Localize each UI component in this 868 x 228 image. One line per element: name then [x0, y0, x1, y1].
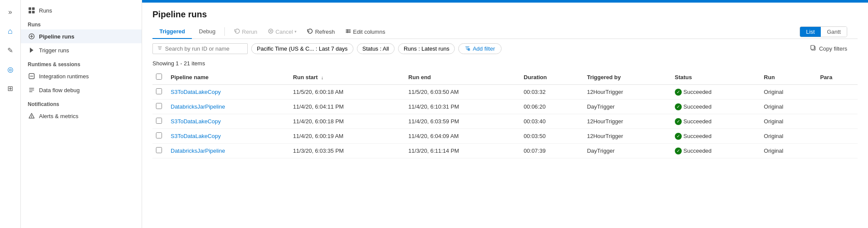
col-header-run-end: Run end [403, 70, 518, 85]
svg-point-6 [31, 117, 32, 118]
cell-status: ✓ Succeeded [670, 85, 759, 100]
rerun-button[interactable]: Rerun [230, 26, 262, 38]
filter-icon [157, 45, 162, 52]
copy-filters-icon [810, 45, 816, 52]
table-row: DatabricksJarPipeline 11/3/20, 6:03:35 P… [152, 144, 858, 158]
status-label: Succeeded [683, 148, 712, 154]
tabs-row: Triggered Debug Rerun Cancel ▾ [152, 25, 858, 39]
cell-run: Original [759, 100, 815, 114]
sidebar-item-integration-runtimes[interactable]: Integration runtimes [21, 69, 142, 83]
row-checkbox-cell[interactable] [152, 114, 165, 129]
status-filter-chip[interactable]: Status : All [357, 43, 395, 54]
cell-triggered-by: DayTrigger [582, 100, 670, 114]
cell-run-end: 11/4/20, 6:10:31 PM [403, 100, 518, 114]
row-checkbox[interactable] [156, 147, 162, 153]
cell-name: S3ToDataLakeCopy [165, 114, 288, 129]
sidebar-item-dataflow-debug[interactable]: Data flow debug [21, 83, 142, 97]
cell-duration: 00:03:40 [518, 114, 582, 129]
row-checkbox-cell[interactable] [152, 144, 165, 158]
col-header-status: Status [670, 70, 759, 85]
cell-run-start: 11/4/20, 6:00:19 AM [288, 129, 403, 144]
sidebar-item-pipeline-runs[interactable]: Pipeline runs [21, 29, 142, 43]
sidebar-item-alerts-metrics[interactable]: Alerts & metrics [21, 109, 142, 123]
view-toggle: List Gantt [800, 26, 847, 37]
cell-para [815, 85, 858, 100]
sidebar-item-dashboards[interactable]: Runs [21, 3, 142, 17]
status-succeeded-icon: ✓ [675, 148, 682, 154]
cancel-chevron-icon: ▾ [295, 29, 297, 34]
status-label: Succeeded [683, 103, 712, 110]
view-gantt-button[interactable]: Gantt [821, 27, 847, 37]
row-checkbox[interactable] [156, 132, 162, 138]
cell-triggered-by: 12HourTrigger [582, 129, 670, 144]
row-checkbox-cell[interactable] [152, 100, 165, 114]
runs-filter-chip[interactable]: Runs : Latest runs [398, 43, 455, 54]
tab-debug[interactable]: Debug [192, 25, 222, 39]
svg-rect-3 [32, 11, 35, 13]
pipeline-name-link[interactable]: S3ToDataLakeCopy [171, 133, 221, 139]
cell-run-start: 11/4/20, 6:04:11 PM [288, 100, 403, 114]
col-header-run-start[interactable]: Run start ↓ [288, 70, 403, 85]
dataflow-debug-icon [28, 86, 36, 94]
row-checkbox[interactable] [156, 88, 162, 94]
search-input[interactable] [165, 45, 243, 52]
edit-icon[interactable]: ✎ [2, 42, 19, 59]
cell-duration: 00:06:20 [518, 100, 582, 114]
cell-para [815, 114, 858, 129]
row-checkbox-cell[interactable] [152, 85, 165, 100]
status-label: Succeeded [683, 133, 712, 139]
runtimes-section-label: Runtimes & sessions [21, 57, 142, 69]
briefcase-icon[interactable]: ⊞ [2, 80, 19, 97]
nav-icon-strip: » ⌂ ✎ ◎ ⊞ [0, 0, 21, 228]
pipeline-name-link[interactable]: DatabricksJarPipeline [171, 148, 225, 154]
notifications-section-label: Notifications [21, 97, 142, 109]
sidebar-item-dataflow-debug-label: Data flow debug [39, 87, 80, 93]
monitor-icon[interactable]: ◎ [2, 61, 19, 78]
cell-name: S3ToDataLakeCopy [165, 129, 288, 144]
collapse-nav-icon[interactable]: » [2, 3, 19, 21]
select-all-header[interactable] [152, 70, 165, 85]
row-checkbox[interactable] [156, 103, 162, 109]
tab-triggered[interactable]: Triggered [152, 25, 192, 39]
cell-duration: 00:07:39 [518, 144, 582, 158]
sidebar-item-pipeline-runs-label: Pipeline runs [39, 33, 74, 40]
sidebar-item-trigger-runs[interactable]: Trigger runs [21, 43, 142, 57]
svg-rect-1 [32, 7, 35, 10]
edit-columns-button[interactable]: Edit columns [341, 26, 389, 38]
cell-run: Original [759, 144, 815, 158]
cancel-button[interactable]: Cancel ▾ [263, 26, 301, 38]
runs-filter-label: Runs : Latest runs [404, 45, 450, 52]
svg-rect-0 [29, 7, 31, 10]
refresh-label: Refresh [315, 29, 335, 35]
sidebar: Runs Runs Pipeline runs Trigger runs Run… [21, 0, 142, 228]
add-filter-button[interactable]: Add filter [458, 43, 501, 54]
select-all-checkbox[interactable] [156, 74, 162, 80]
cell-run-end: 11/4/20, 6:03:59 PM [403, 114, 518, 129]
cell-run-start: 11/3/20, 6:03:35 PM [288, 144, 403, 158]
sidebar-item-alerts-metrics-label: Alerts & metrics [39, 113, 78, 119]
status-label: Succeeded [683, 89, 712, 95]
cell-duration: 00:03:32 [518, 85, 582, 100]
edit-columns-icon [345, 28, 351, 35]
rerun-icon [234, 28, 240, 35]
cell-run-end: 11/4/20, 6:04:09 AM [403, 129, 518, 144]
pipeline-name-link[interactable]: DatabricksJarPipeline [171, 103, 225, 110]
row-checkbox[interactable] [156, 118, 162, 124]
copy-filters-button[interactable]: Copy filters [810, 45, 858, 52]
home-icon[interactable]: ⌂ [2, 22, 19, 40]
cell-run: Original [759, 114, 815, 129]
time-filter-chip[interactable]: Pacific Time (US & C... : Last 7 days [251, 43, 353, 54]
view-list-button[interactable]: List [800, 27, 821, 37]
refresh-button[interactable]: Refresh [303, 26, 339, 38]
status-succeeded-icon: ✓ [675, 103, 682, 110]
col-header-run: Run [759, 70, 815, 85]
dashboard-icon [28, 6, 36, 14]
table-row: S3ToDataLakeCopy 11/4/20, 6:00:19 AM 11/… [152, 129, 858, 144]
search-filter[interactable] [152, 43, 248, 54]
cancel-icon [268, 28, 274, 35]
pipeline-runs-table: Pipeline name Run start ↓ Run end Durati… [152, 70, 858, 158]
row-checkbox-cell[interactable] [152, 129, 165, 144]
pipeline-name-link[interactable]: S3ToDataLakeCopy [171, 89, 221, 95]
pipeline-name-link[interactable]: S3ToDataLakeCopy [171, 118, 221, 125]
table-row: DatabricksJarPipeline 11/4/20, 6:04:11 P… [152, 100, 858, 114]
